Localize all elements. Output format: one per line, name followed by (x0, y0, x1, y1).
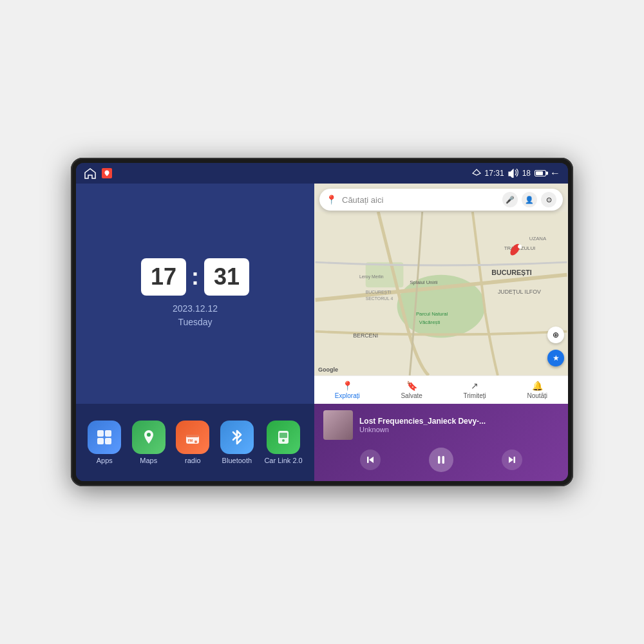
battery-icon (535, 170, 546, 176)
svg-point-23 (194, 440, 197, 443)
prev-button[interactable] (360, 450, 381, 470)
explore-icon: 📍 (342, 381, 353, 391)
svg-rect-30 (442, 456, 444, 464)
maps-icon (132, 421, 166, 454)
clock-display: 17 : 31 (141, 258, 249, 296)
bluetooth-label: Bluetooth (222, 457, 252, 464)
map-navigate-btn[interactable]: ★ (547, 350, 564, 366)
bluetooth-icon (220, 421, 254, 454)
svg-rect-18 (105, 438, 111, 444)
svg-text:UZANA: UZANA (529, 236, 547, 242)
map-nav-news[interactable]: 🔔 Noutăți (527, 381, 547, 399)
music-controls (323, 445, 559, 475)
volume-icon[interactable] (508, 169, 518, 178)
svg-text:BERCENI: BERCENI (353, 332, 378, 339)
map-svg: BUCUREȘTI JUDEȚUL ILFOV BERCENI Parcul N… (314, 212, 568, 375)
music-title: Lost Frequencies_Janieck Devy-... (359, 417, 559, 426)
maps-label: Maps (140, 457, 157, 464)
map-compass-btn[interactable]: ⊕ (547, 327, 564, 343)
svg-text:FM: FM (188, 439, 193, 442)
carlink-label: Car Link 2.0 (264, 457, 302, 464)
map-visual: BUCUREȘTI JUDEȚUL ILFOV BERCENI Parcul N… (314, 212, 568, 375)
radio-icon: FM (176, 421, 209, 454)
saved-label: Salvate (401, 392, 422, 399)
news-icon: 🔔 (532, 381, 543, 391)
back-button[interactable]: ← (550, 167, 560, 179)
svg-point-19 (147, 433, 151, 437)
navigation-icon (472, 169, 481, 178)
apps-row: Apps Maps (76, 404, 314, 481)
svg-rect-28 (367, 457, 369, 463)
app-item-bluetooth[interactable]: Bluetooth (220, 421, 254, 464)
svg-marker-31 (509, 457, 513, 463)
layers-btn[interactable]: ⊙ (541, 192, 556, 207)
svg-rect-32 (513, 457, 515, 463)
svg-rect-17 (97, 438, 104, 444)
maps-status-icon[interactable] (102, 168, 112, 178)
music-artist: Unknown (359, 426, 559, 433)
map-widget[interactable]: 📍 Căutați aici 🎤 👤 ⊙ (314, 184, 568, 404)
carlink-icon (267, 421, 300, 454)
map-nav-send[interactable]: ↗ Trimiteți (464, 381, 486, 399)
svg-text:BUCUREȘTI: BUCUREȘTI (491, 269, 532, 276)
svg-text:JUDEȚUL ILFOV: JUDEȚUL ILFOV (498, 289, 541, 295)
google-logo: Google (318, 366, 338, 373)
music-player: Lost Frequencies_Janieck Devy-... Unknow… (314, 404, 568, 481)
svg-marker-27 (369, 457, 374, 463)
clock-colon: : (191, 263, 199, 290)
status-right: 17:31 18 ← (472, 167, 560, 179)
home-icon[interactable] (84, 167, 97, 179)
main-content: 17 : 31 2023.12.12 Tuesday 📍 Căutați aic… (76, 184, 568, 481)
map-nav-explore[interactable]: 📍 Explorați (335, 381, 360, 399)
svg-point-14 (518, 245, 522, 249)
send-label: Trimiteți (464, 392, 486, 399)
next-button[interactable] (502, 450, 522, 470)
map-search-actions: 🎤 👤 ⊙ (502, 192, 556, 207)
svg-point-26 (282, 439, 285, 442)
app-item-apps[interactable]: Apps (88, 421, 121, 464)
map-bottom-bar: 📍 Explorați 🔖 Salvate ↗ Trimiteți 🔔 Nout… (314, 375, 568, 404)
saved-icon: 🔖 (406, 381, 417, 391)
map-search-text: Căutați aici (342, 195, 497, 205)
app-item-maps[interactable]: Maps (132, 421, 166, 464)
app-item-radio[interactable]: FM radio (176, 421, 209, 464)
map-search-bar[interactable]: 📍 Căutați aici 🎤 👤 ⊙ (319, 189, 563, 211)
car-screen: 17:31 18 ← (76, 163, 568, 481)
account-btn[interactable]: 👤 (522, 192, 537, 207)
play-pause-button[interactable] (429, 448, 453, 472)
svg-text:Văcărești: Văcărești (419, 319, 440, 325)
send-icon: ↗ (471, 381, 478, 391)
status-signal: 18 (522, 169, 531, 178)
car-display-device: 17:31 18 ← (71, 158, 573, 486)
album-art (323, 410, 353, 440)
clock-hour: 17 (141, 258, 186, 296)
clock-widget: 17 : 31 2023.12.12 Tuesday (76, 184, 314, 404)
apps-icon (88, 421, 121, 454)
status-time: 17:31 (485, 169, 504, 178)
map-nav-saved[interactable]: 🔖 Salvate (401, 381, 422, 399)
voice-search-btn[interactable]: 🎤 (502, 192, 518, 207)
apps-label: Apps (97, 457, 113, 464)
svg-rect-25 (279, 433, 287, 438)
radio-label: radio (185, 457, 200, 464)
app-item-carlink[interactable]: Car Link 2.0 (264, 421, 302, 464)
svg-text:Parcul Natural: Parcul Natural (416, 311, 448, 317)
status-left (84, 167, 112, 179)
news-label: Noutăți (527, 392, 547, 399)
music-info: Lost Frequencies_Janieck Devy-... Unknow… (359, 417, 559, 433)
svg-text:Leroy Merlin: Leroy Merlin (359, 274, 384, 279)
svg-text:SECTORUL 4: SECTORUL 4 (366, 296, 393, 301)
music-top: Lost Frequencies_Janieck Devy-... Unknow… (323, 410, 559, 440)
svg-rect-16 (105, 430, 111, 437)
clock-minute: 31 (204, 258, 249, 296)
clock-date: 2023.12.12 Tuesday (173, 302, 218, 329)
album-art-inner (323, 410, 353, 440)
svg-rect-15 (97, 430, 104, 437)
svg-text:BUCUREȘTI: BUCUREȘTI (366, 290, 392, 295)
svg-text:Splaiul Unirii: Splaiul Unirii (410, 279, 438, 285)
map-pin-icon: 📍 (326, 194, 337, 205)
explore-label: Explorați (335, 392, 360, 399)
svg-rect-21 (186, 435, 199, 437)
svg-rect-29 (438, 456, 440, 464)
status-bar: 17:31 18 ← (76, 163, 568, 184)
